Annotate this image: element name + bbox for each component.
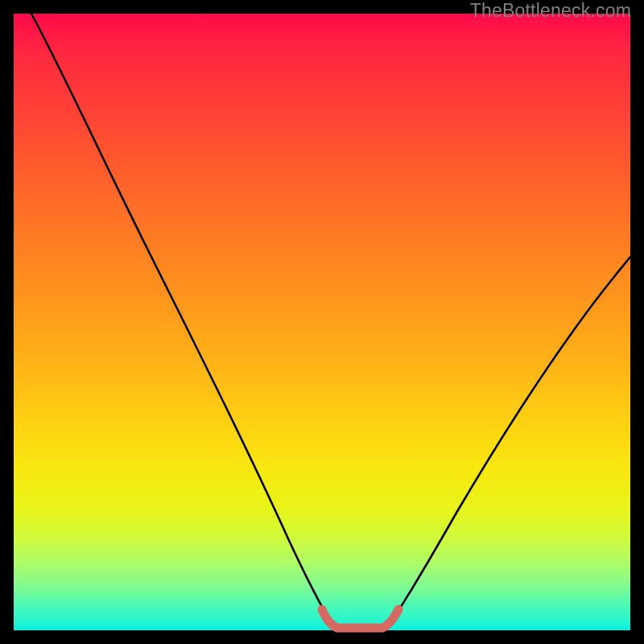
bottom-red-segment — [322, 609, 398, 628]
chart-plot — [14, 14, 630, 630]
left-curve — [31, 14, 336, 630]
right-curve — [386, 257, 630, 630]
watermark-text: TheBottleneck.com — [470, 0, 631, 22]
chart-stage: TheBottleneck.com — [0, 0, 644, 644]
